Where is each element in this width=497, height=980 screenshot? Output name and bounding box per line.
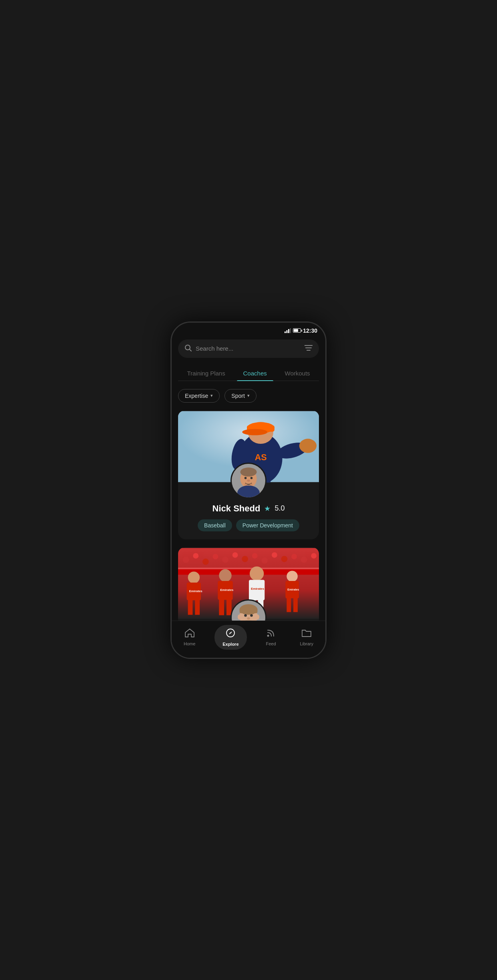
phone-frame: 12:30 Search here... xyxy=(170,321,327,659)
svg-point-74 xyxy=(247,617,250,620)
svg-text:Emirates: Emirates xyxy=(220,588,234,591)
svg-point-38 xyxy=(242,556,248,562)
nav-library[interactable]: Library xyxy=(295,627,318,648)
search-bar[interactable]: Search here... xyxy=(178,339,319,358)
svg-point-33 xyxy=(193,553,198,559)
coach-info-nick: Nick Shedd ★ 5.0 Baseball Power Developm… xyxy=(178,503,319,539)
svg-point-17 xyxy=(242,429,267,435)
svg-point-13 xyxy=(299,439,317,453)
svg-line-5 xyxy=(190,349,191,351)
avatar-container-nick xyxy=(178,463,319,499)
svg-point-37 xyxy=(232,552,238,558)
svg-point-27 xyxy=(247,479,250,482)
nav-home[interactable]: Home xyxy=(179,627,200,648)
tab-training-plans[interactable]: Training Plans xyxy=(180,366,231,381)
tag-baseball[interactable]: Baseball xyxy=(198,519,232,531)
sport-filter[interactable]: Sport ▾ xyxy=(224,389,256,403)
folder-icon xyxy=(302,629,311,640)
svg-text:Emirates: Emirates xyxy=(287,588,299,591)
nav-explore-label: Explore xyxy=(222,642,238,647)
tag-power-development[interactable]: Power Development xyxy=(236,519,299,531)
svg-point-41 xyxy=(272,552,277,558)
star-icon-nick: ★ xyxy=(264,504,271,513)
svg-point-77 xyxy=(256,614,259,619)
coach-card-barry-solan[interactable]: Emirates Emirates xyxy=(178,547,319,621)
svg-point-73 xyxy=(250,614,253,617)
svg-rect-2 xyxy=(288,329,289,333)
coach-name-nick: Nick Shedd xyxy=(212,503,261,514)
search-placeholder: Search here... xyxy=(196,345,301,352)
svg-point-58 xyxy=(250,566,264,580)
svg-point-45 xyxy=(311,553,317,559)
expertise-filter[interactable]: Expertise ▾ xyxy=(178,389,220,403)
status-time: 12:30 xyxy=(303,327,317,334)
tab-workouts[interactable]: Workouts xyxy=(279,366,317,381)
filter-icon[interactable] xyxy=(305,344,313,353)
phone-screen: 12:30 Search here... xyxy=(172,323,325,658)
status-right: 12:30 xyxy=(285,327,317,334)
svg-point-48 xyxy=(188,571,200,583)
rating-nick: 5.0 xyxy=(275,504,285,513)
avatar-container-barry xyxy=(178,599,319,621)
avatar-nick-shedd xyxy=(230,463,267,499)
nav-feed-label: Feed xyxy=(266,641,276,646)
svg-text:AS: AS xyxy=(255,452,267,462)
svg-point-44 xyxy=(301,557,307,563)
signal-icon xyxy=(285,328,291,333)
svg-point-63 xyxy=(287,571,298,582)
svg-rect-71 xyxy=(240,608,258,613)
main-content: Search here... Training Plans Coaches xyxy=(172,336,325,621)
search-icon xyxy=(184,344,192,353)
svg-point-32 xyxy=(183,557,189,563)
filter-row: Expertise ▾ Sport ▾ xyxy=(178,389,319,403)
svg-point-43 xyxy=(291,554,297,559)
tag-row-nick: Baseball Power Development xyxy=(184,519,313,531)
svg-point-81 xyxy=(267,635,269,637)
svg-point-39 xyxy=(252,553,258,559)
tab-coaches[interactable]: Coaches xyxy=(237,366,273,381)
svg-text:Emirates: Emirates xyxy=(189,589,203,593)
tab-bar: Training Plans Coaches Workouts xyxy=(178,366,319,381)
nav-explore[interactable]: Explore xyxy=(214,625,246,650)
svg-point-35 xyxy=(213,554,218,559)
svg-point-26 xyxy=(251,477,253,479)
svg-rect-0 xyxy=(285,331,286,333)
svg-point-25 xyxy=(244,477,247,479)
svg-point-40 xyxy=(261,557,268,564)
svg-point-53 xyxy=(219,569,231,581)
svg-point-42 xyxy=(281,556,288,562)
svg-rect-1 xyxy=(287,330,288,333)
svg-rect-47 xyxy=(178,567,319,569)
nav-home-label: Home xyxy=(184,641,195,646)
svg-point-72 xyxy=(244,614,247,617)
status-bar: 12:30 xyxy=(172,323,325,336)
compass-icon xyxy=(226,628,235,640)
svg-point-36 xyxy=(222,557,228,563)
svg-text:Emirates: Emirates xyxy=(251,587,265,590)
coach-card-nick-shedd[interactable]: AS xyxy=(178,411,319,539)
svg-marker-80 xyxy=(229,631,232,635)
svg-point-76 xyxy=(238,614,241,619)
rss-icon xyxy=(267,629,275,640)
svg-rect-3 xyxy=(290,328,291,333)
chevron-down-icon: ▾ xyxy=(247,393,250,398)
nav-library-label: Library xyxy=(300,641,313,646)
svg-point-24 xyxy=(240,467,257,476)
notch xyxy=(224,323,273,334)
svg-point-34 xyxy=(202,559,209,565)
nav-feed[interactable]: Feed xyxy=(261,627,281,648)
svg-point-4 xyxy=(185,345,190,350)
chevron-down-icon: ▾ xyxy=(210,393,213,398)
svg-point-29 xyxy=(250,483,253,485)
avatar-barry-solan xyxy=(230,599,267,621)
battery-icon xyxy=(293,328,301,333)
bottom-nav: Home Explore xyxy=(172,621,325,658)
svg-point-28 xyxy=(244,483,247,485)
home-icon xyxy=(185,629,194,640)
coach-name-row-nick: Nick Shedd ★ 5.0 xyxy=(184,503,313,514)
